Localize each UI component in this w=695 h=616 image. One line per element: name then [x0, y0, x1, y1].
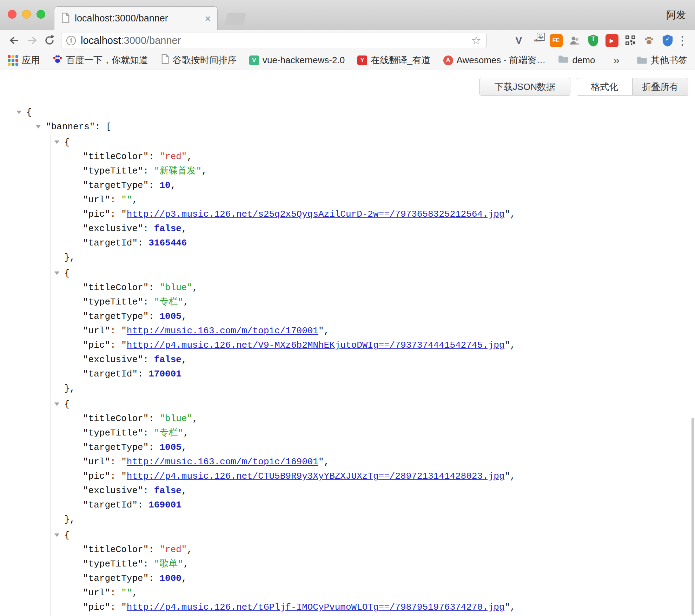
paw-extension-icon[interactable] [641, 33, 657, 48]
json-number-value: 1000 [159, 573, 181, 584]
red-square-extension-icon[interactable]: ▶ [604, 33, 620, 48]
json-line: "url": "http://music.163.com/m/topic/170… [51, 324, 690, 338]
zoom-window-button[interactable] [37, 10, 45, 19]
json-punctuation: , [183, 297, 189, 307]
collapse-toggle-icon[interactable] [16, 111, 21, 114]
json-punctuation: : [143, 166, 154, 176]
minimize-window-button[interactable] [22, 10, 31, 19]
page-info-icon[interactable]: i [66, 36, 76, 45]
collapse-toggle-icon[interactable] [54, 402, 59, 406]
format-button[interactable]: 格式化 [577, 78, 633, 96]
bookmark-item-4[interactable]: Vvue-hackernews-2.0 [249, 55, 345, 66]
json-punctuation: : [143, 559, 154, 569]
bookmark-item-6[interactable]: AAwesomes - 前端资… [443, 54, 546, 66]
json-key: "banners" [46, 122, 95, 132]
baidu-paw-icon [53, 54, 62, 66]
json-punctuation: : [148, 413, 159, 424]
bookmarks-bar: 应用百度一下，你就知道谷歌按时间排序Vvue-hackernews-2.0Y在线… [0, 51, 695, 70]
bookmark-label: Awesomes - 前端资… [457, 54, 546, 66]
extension-icons: Ven英FET▶✓ [511, 33, 675, 48]
other-bookmarks-button[interactable]: 其他书签 [637, 54, 687, 66]
new-tab-button[interactable] [225, 13, 246, 25]
json-key: "typeTitle" [83, 166, 143, 176]
bookmark-label: 应用 [22, 54, 40, 66]
json-string-value: "歌单" [154, 559, 183, 569]
json-punctuation: , [181, 223, 187, 234]
json-string-value: "blue" [159, 282, 192, 293]
json-toolbar: 下载JSON数据 格式化 折叠所有 [0, 78, 688, 96]
json-key: "exclusive" [83, 223, 143, 234]
json-link[interactable]: http://music.163.com/m/topic/170001 [127, 326, 318, 336]
bookmark-label: vue-hackernews-2.0 [263, 55, 345, 66]
folder-icon [637, 56, 647, 65]
json-key: "pic" [83, 340, 110, 350]
collapse-toggle-icon[interactable] [36, 125, 41, 129]
json-line: "pic": "http://p4.music.126.net/V9-MXz6b… [51, 338, 690, 353]
json-key: "exclusive" [83, 485, 143, 496]
json-line: }, [51, 250, 690, 265]
json-number-value: 10 [159, 180, 170, 191]
json-line: "titleColor": "blue", [51, 412, 690, 426]
json-line: { [51, 397, 690, 412]
collapse-all-button[interactable]: 折叠所有 [633, 78, 688, 96]
bookmark-star-icon[interactable]: ☆ [471, 35, 481, 46]
url-path: :3000/banner [121, 35, 181, 46]
json-punctuation: : [143, 223, 154, 234]
bookmark-item-3[interactable]: 谷歌按时间排序 [161, 54, 237, 66]
json-punctuation: }, [64, 252, 75, 263]
forward-button[interactable] [23, 32, 41, 49]
bookmark-item-7[interactable]: demo [558, 55, 595, 66]
json-punctuation: : [143, 354, 154, 365]
json-link[interactable]: http://p4.music.126.net/CTU5B9R9y3XyYBZX… [127, 471, 505, 481]
green-shield-extension-icon[interactable]: T [585, 33, 601, 48]
json-line: "titleColor": "red", [51, 150, 690, 164]
json-tree: {"banners": [{"titleColor": "red","typeT… [0, 105, 695, 616]
address-bar[interactable]: i localhost:3000/banner ☆ [61, 33, 486, 48]
tab-title: localhost:3000/banner [75, 13, 205, 24]
json-punctuation: , [510, 602, 516, 612]
bookmarks-overflow-icon[interactable]: » [613, 54, 620, 67]
json-key: "targetType" [83, 311, 148, 322]
json-punctuation: : [148, 282, 159, 293]
fehelper-extension-icon[interactable]: FE [548, 33, 564, 48]
tab-close-icon[interactable]: × [205, 13, 211, 24]
scrollbar[interactable] [691, 418, 694, 615]
bookmark-item-1[interactable]: 应用 [8, 54, 40, 66]
json-punctuation: , [187, 544, 192, 555]
json-key: "typeTitle" [83, 297, 143, 307]
json-link[interactable]: http://p3.music.126.net/s25q2x5QyqsAzilC… [127, 209, 505, 219]
json-link[interactable]: http://p4.music.126.net/V9-MXz6b2MNhEKju… [127, 340, 505, 350]
json-number-value: false [154, 485, 181, 496]
browser-menu-icon[interactable]: ⋮ [675, 34, 689, 46]
json-key: "targetId" [83, 500, 138, 510]
json-punctuation: , [132, 588, 138, 598]
close-window-button[interactable] [8, 10, 16, 19]
json-link[interactable]: http://music.163.com/m/topic/169001 [127, 457, 318, 467]
json-string-value: "red" [159, 151, 187, 162]
json-key: "url" [83, 457, 110, 467]
collapse-toggle-icon[interactable] [54, 140, 59, 144]
reload-button[interactable] [41, 32, 58, 49]
page-content: 下载JSON数据 格式化 折叠所有 {"banners": [{"titleCo… [0, 78, 695, 616]
collapse-toggle-icon[interactable] [54, 533, 59, 537]
json-link[interactable]: http://p4.music.126.net/tGPljf-IMOCyPvum… [127, 602, 505, 612]
translate-extension-icon[interactable]: en英 [530, 33, 545, 48]
profile-name[interactable]: 阿发 [666, 8, 686, 22]
bookmark-item-5[interactable]: Y在线翻译_有道 [357, 54, 430, 66]
json-punctuation: : [143, 297, 154, 307]
json-punctuation: " [504, 471, 510, 481]
qrcode-extension-icon[interactable] [623, 33, 638, 48]
json-line: "targetId": 170001 [51, 367, 690, 381]
json-line: }, [51, 381, 690, 396]
bookmark-item-2[interactable]: 百度一下，你就知道 [53, 54, 148, 66]
people-extension-icon[interactable] [567, 33, 582, 48]
back-button[interactable] [6, 32, 23, 49]
json-punctuation: , [510, 209, 516, 219]
browser-tab[interactable]: localhost:3000/banner × [54, 6, 218, 30]
json-line: "url": "", [51, 586, 690, 600]
json-punctuation: : [110, 326, 121, 336]
download-json-button[interactable]: 下载JSON数据 [479, 78, 570, 96]
collapse-toggle-icon[interactable] [54, 271, 59, 275]
v-extension-icon[interactable]: V [511, 33, 527, 48]
blue-shield-extension-icon[interactable]: ✓ [660, 33, 675, 48]
